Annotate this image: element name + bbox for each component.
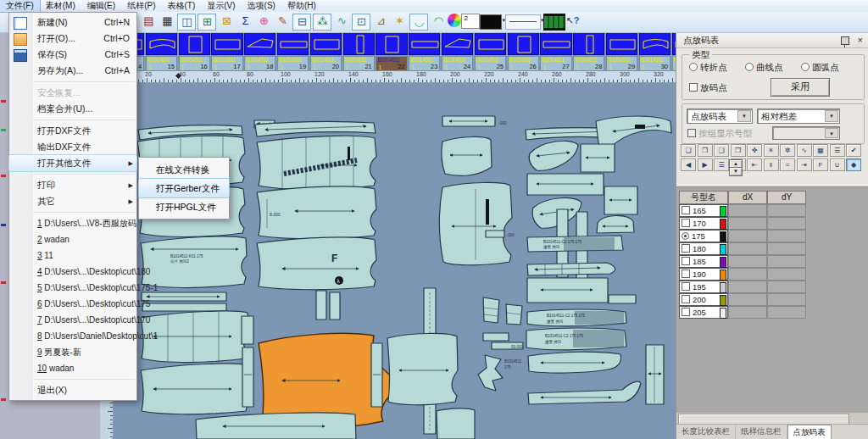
pattern-piece[interactable] xyxy=(437,408,475,439)
align-icon[interactable]: ⊟ xyxy=(292,14,311,31)
dx-cell[interactable] xyxy=(728,281,767,293)
menubar-item[interactable]: 选项(S) xyxy=(242,0,281,12)
size-checkbox[interactable] xyxy=(682,219,690,227)
shield-icon[interactable]: ⊞ xyxy=(198,14,216,31)
size-row-name[interactable]: 180 xyxy=(679,242,728,255)
tab-left-button[interactable]: ⇤ xyxy=(747,158,762,171)
star-measure-icon[interactable]: ✶ xyxy=(391,13,408,30)
pause-lines-button[interactable]: ‖ xyxy=(764,158,779,171)
check-grade-button[interactable]: ✔ xyxy=(846,144,861,157)
size-checkbox[interactable] xyxy=(682,308,690,316)
line-style-select[interactable] xyxy=(505,14,541,30)
dy-cell[interactable] xyxy=(767,204,806,217)
table-mode-dropdown[interactable]: 点放码表▼ xyxy=(687,108,753,124)
file-menu-item[interactable]: 6 D:\Users\...\Desktop\cut\175 xyxy=(9,296,136,312)
file-menu-item[interactable]: 打开DXF文件 xyxy=(9,123,136,139)
pattern-piece[interactable] xyxy=(609,295,636,303)
filmstrip-icon[interactable] xyxy=(543,15,565,29)
radio-arc-point[interactable]: 圆弧点 xyxy=(801,62,839,74)
pattern-thumbnail[interactable]: B1014511125 xyxy=(475,32,506,71)
pattern-thumbnail[interactable]: B1014511120 xyxy=(310,32,342,71)
menubar-item[interactable]: 表格(T) xyxy=(161,0,201,12)
file-menu-item[interactable]: 安全恢复... xyxy=(9,85,136,101)
pattern-thumbnail[interactable]: B1014511116 xyxy=(179,32,210,71)
chevron-down-icon[interactable]: ▼ xyxy=(737,110,751,122)
file-menu-item[interactable]: 4 D:\Users\...\Desktop\cut\180 xyxy=(9,264,136,280)
file-menu-item[interactable]: 7 D:\Users\...\Desktop\cut\170 xyxy=(9,312,136,328)
lock-icon[interactable]: ⊠ xyxy=(218,13,235,30)
panel-tab[interactable]: 点放码表 xyxy=(787,425,832,439)
size-row-name[interactable]: 190 xyxy=(679,268,728,281)
size-checkbox[interactable] xyxy=(682,257,690,265)
pattern-piece[interactable] xyxy=(483,333,509,341)
arc-up-icon[interactable]: ◠ xyxy=(430,13,447,30)
file-menu-item[interactable]: 10 wadan xyxy=(9,360,136,376)
pattern-thumbnail[interactable]: B1014511130 xyxy=(639,32,670,71)
color-swatch[interactable] xyxy=(480,14,502,30)
pattern-piece[interactable] xyxy=(604,186,637,214)
submenu-item[interactable]: 打开Gerber文件 xyxy=(139,179,229,197)
file-menu-item[interactable]: 其它▶ xyxy=(9,193,136,209)
size-checkbox[interactable] xyxy=(682,206,690,214)
pattern-piece[interactable] xyxy=(528,352,620,373)
file-menu-item[interactable]: 1 D:\Users\...\V8-西服放码 xyxy=(9,215,136,231)
size-checkbox[interactable] xyxy=(682,282,690,291)
pattern-piece[interactable] xyxy=(242,347,253,407)
pattern-thumbnail[interactable]: B1014511115 xyxy=(146,32,177,71)
dx-cell[interactable] xyxy=(728,268,767,281)
dx-cell[interactable] xyxy=(728,242,767,255)
dy-cell[interactable] xyxy=(767,242,806,255)
copy-x-grade-button[interactable]: ❐ xyxy=(698,144,713,157)
grade-table-button[interactable]: ▦ xyxy=(813,144,828,157)
pattern-piece[interactable] xyxy=(196,413,356,439)
pattern-piece[interactable] xyxy=(483,297,499,323)
pattern-thumbnail[interactable]: B1014511124 xyxy=(442,32,473,71)
size-row-name[interactable]: 185 xyxy=(679,255,728,268)
menubar-item[interactable]: 文件(F) xyxy=(0,0,40,12)
panel-tab[interactable]: 纸样信息栏 xyxy=(736,425,787,439)
pattern-piece[interactable] xyxy=(371,343,382,407)
grade-point-checkbox[interactable]: 放码点 xyxy=(689,82,727,94)
close-icon[interactable]: × xyxy=(858,35,863,45)
size-checkbox[interactable] xyxy=(682,244,690,253)
brush-icon[interactable]: ✎ xyxy=(274,13,291,30)
submenu-item[interactable]: 在线文件转换 xyxy=(139,160,229,179)
pattern-thumbnail[interactable]: B1014511118 xyxy=(244,32,275,71)
pattern-thumbnail[interactable]: B1014511119 xyxy=(277,32,309,71)
pattern-piece[interactable] xyxy=(242,316,253,344)
formula-button[interactable]: F xyxy=(813,158,828,171)
pattern-canvas[interactable]: .000 .000 8.000 xyxy=(113,82,676,439)
file-menu-item[interactable]: 2 wadan xyxy=(9,231,136,247)
dy-cell[interactable] xyxy=(767,306,806,319)
file-menu-item[interactable]: 打开其他文件▶ xyxy=(9,155,136,171)
pattern-piece[interactable] xyxy=(527,278,608,303)
size-row-name[interactable]: 170 xyxy=(679,217,728,230)
pattern-piece[interactable] xyxy=(316,291,326,320)
dy-cell[interactable] xyxy=(767,293,806,306)
size-checkbox[interactable] xyxy=(682,295,690,303)
pattern-piece[interactable] xyxy=(527,174,604,195)
chevron-down-icon[interactable]: ▼ xyxy=(825,110,838,122)
radio-corner-point[interactable]: 转折点 xyxy=(689,62,727,74)
pattern-thumbnail[interactable]: B1014511129 xyxy=(606,32,637,71)
cup-button[interactable]: ∪ xyxy=(830,158,845,171)
dx-cell[interactable] xyxy=(728,293,767,306)
file-menu-item[interactable]: 退出(X) xyxy=(9,382,136,398)
size-row-name[interactable]: 195 xyxy=(679,281,728,293)
pattern-piece[interactable] xyxy=(257,237,376,290)
arc-down-icon[interactable]: ◡ xyxy=(409,14,428,31)
plotter-icon[interactable]: ⊡ xyxy=(352,14,370,31)
pattern-thumbnail[interactable]: B1014511127 xyxy=(540,32,571,71)
pattern-thumbnail[interactable]: B1014511126 xyxy=(508,32,539,71)
panel-hscrollbar[interactable] xyxy=(676,413,868,424)
pattern-piece[interactable] xyxy=(581,144,615,172)
pattern-piece[interactable] xyxy=(142,303,226,311)
rack-icon[interactable]: ▤ xyxy=(140,13,157,30)
dy-cell[interactable] xyxy=(767,255,806,268)
list-grade-button[interactable]: ☰ xyxy=(830,144,845,157)
file-menu-item[interactable]: 8 D:\Users\Daniel\Desktop\cut\1 xyxy=(9,328,136,344)
curve-grade-button[interactable]: ∿ xyxy=(797,144,812,157)
prev-size-button[interactable]: ◀ xyxy=(681,158,696,171)
window-icon[interactable]: ◫ xyxy=(177,14,196,31)
mirror-y-grade-button[interactable]: ✲ xyxy=(780,144,795,157)
